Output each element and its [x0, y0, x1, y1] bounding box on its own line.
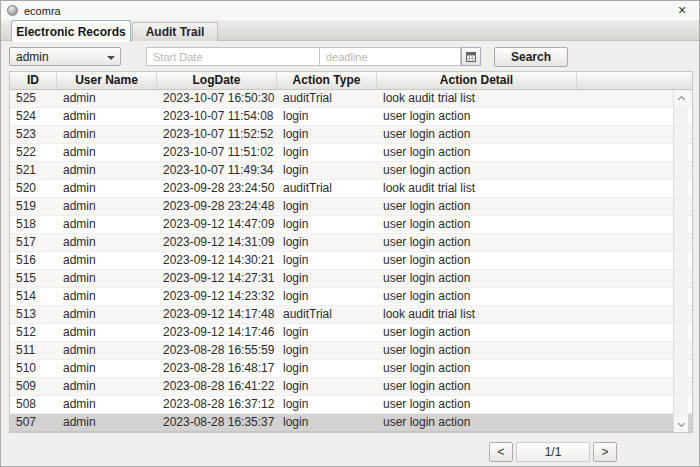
cell-id: 525	[10, 90, 57, 107]
cell-user-name: admin	[57, 360, 157, 377]
table-row[interactable]: 509 admin 2023-08-28 16:41:22 login user…	[10, 378, 692, 396]
page-indicator: 1/1	[516, 442, 590, 462]
deadline-input[interactable]: deadline	[319, 47, 461, 66]
search-button[interactable]: Search	[494, 47, 568, 67]
deadline-calendar-button[interactable]	[461, 47, 481, 66]
cell-action-type: login	[277, 126, 377, 143]
cell-action-type: login	[277, 252, 377, 269]
electronic-records-panel: admin Start Date - deadline Search ID Us…	[9, 41, 693, 464]
column-header-filler	[577, 72, 692, 89]
cell-logdate: 2023-10-07 11:54:08	[157, 108, 277, 125]
table-row[interactable]: 513 admin 2023-09-12 14:17:48 auditTrial…	[10, 306, 692, 324]
table-row[interactable]: 507 admin 2023-08-28 16:35:37 login user…	[10, 414, 692, 432]
cell-id: 516	[10, 252, 57, 269]
cell-user-name: admin	[57, 144, 157, 161]
table-row[interactable]: 525 admin 2023-10-07 16:50:30 auditTrial…	[10, 90, 692, 108]
cell-id: 518	[10, 216, 57, 233]
table-body: 525 admin 2023-10-07 16:50:30 auditTrial…	[10, 90, 692, 432]
column-header-action-type[interactable]: Action Type	[277, 72, 377, 89]
cell-id: 512	[10, 324, 57, 341]
table-row[interactable]: 520 admin 2023-09-28 23:24:50 auditTrial…	[10, 180, 692, 198]
table-row[interactable]: 510 admin 2023-08-28 16:48:17 login user…	[10, 360, 692, 378]
column-header-logdate[interactable]: LogDate	[157, 72, 277, 89]
cell-logdate: 2023-08-28 16:48:17	[157, 360, 277, 377]
cell-action-detail: user login action	[377, 198, 577, 215]
cell-user-name: admin	[57, 288, 157, 305]
cell-logdate: 2023-09-12 14:31:09	[157, 234, 277, 251]
cell-action-detail: user login action	[377, 108, 577, 125]
close-icon[interactable]: ×	[674, 2, 690, 18]
cell-user-name: admin	[57, 234, 157, 251]
cell-logdate: 2023-09-28 23:24:50	[157, 180, 277, 197]
cell-id: 513	[10, 306, 57, 323]
cell-action-type: login	[277, 144, 377, 161]
tab-electronic-records[interactable]: Electronic Records	[11, 20, 131, 42]
cell-action-type: login	[277, 414, 377, 431]
cell-action-type: auditTrial	[277, 90, 377, 107]
cell-action-detail: look audit trial list	[377, 306, 577, 323]
cell-action-detail: user login action	[377, 144, 577, 161]
column-header-id[interactable]: ID	[10, 72, 57, 89]
cell-logdate: 2023-09-12 14:27:31	[157, 270, 277, 287]
cell-id: 514	[10, 288, 57, 305]
cell-logdate: 2023-09-12 14:47:09	[157, 216, 277, 233]
cell-logdate: 2023-10-07 11:51:02	[157, 144, 277, 161]
start-date-placeholder: Start Date	[153, 51, 203, 63]
cell-user-name: admin	[57, 90, 157, 107]
cell-action-type: login	[277, 324, 377, 341]
cell-id: 507	[10, 414, 57, 431]
user-filter-value: admin	[16, 50, 49, 64]
cell-action-detail: user login action	[377, 162, 577, 179]
cell-user-name: admin	[57, 162, 157, 179]
cell-action-detail: user login action	[377, 288, 577, 305]
cell-id: 509	[10, 378, 57, 395]
table-row[interactable]: 516 admin 2023-09-12 14:30:21 login user…	[10, 252, 692, 270]
app-icon	[7, 5, 18, 16]
cell-logdate: 2023-09-28 23:24:48	[157, 198, 277, 215]
cell-id: 520	[10, 180, 57, 197]
cell-user-name: admin	[57, 270, 157, 287]
table-row[interactable]: 512 admin 2023-09-12 14:17:46 login user…	[10, 324, 692, 342]
scroll-down-icon[interactable]	[674, 417, 688, 432]
window-title: ecomra	[24, 5, 61, 17]
cell-action-detail: look audit trial list	[377, 180, 577, 197]
cell-logdate: 2023-10-07 11:49:34	[157, 162, 277, 179]
cell-id: 519	[10, 198, 57, 215]
table-row[interactable]: 517 admin 2023-09-12 14:31:09 login user…	[10, 234, 692, 252]
scroll-up-icon[interactable]	[674, 90, 688, 105]
column-header-action-detail[interactable]: Action Detail	[377, 72, 577, 89]
prev-page-button[interactable]: <	[489, 442, 513, 462]
next-page-button[interactable]: >	[593, 442, 617, 462]
vertical-scrollbar[interactable]	[673, 90, 688, 432]
title-bar: ecomra ×	[1, 1, 699, 20]
cell-action-type: login	[277, 234, 377, 251]
cell-action-detail: user login action	[377, 234, 577, 251]
cell-action-type: login	[277, 216, 377, 233]
table-row[interactable]: 522 admin 2023-10-07 11:51:02 login user…	[10, 144, 692, 162]
cell-id: 515	[10, 270, 57, 287]
cell-action-type: login	[277, 162, 377, 179]
cell-user-name: admin	[57, 126, 157, 143]
cell-logdate: 2023-09-12 14:30:21	[157, 252, 277, 269]
cell-action-detail: user login action	[377, 126, 577, 143]
cell-action-detail: user login action	[377, 270, 577, 287]
table-row[interactable]: 514 admin 2023-09-12 14:23:32 login user…	[10, 288, 692, 306]
table-row[interactable]: 524 admin 2023-10-07 11:54:08 login user…	[10, 108, 692, 126]
cell-action-type: login	[277, 360, 377, 377]
table-row[interactable]: 521 admin 2023-10-07 11:49:34 login user…	[10, 162, 692, 180]
table-row[interactable]: 519 admin 2023-09-28 23:24:48 login user…	[10, 198, 692, 216]
table-row[interactable]: 508 admin 2023-08-28 16:37:12 login user…	[10, 396, 692, 414]
start-date-input[interactable]: Start Date	[146, 47, 326, 66]
cell-logdate: 2023-09-12 14:23:32	[157, 288, 277, 305]
table-row[interactable]: 515 admin 2023-09-12 14:27:31 login user…	[10, 270, 692, 288]
table-row[interactable]: 523 admin 2023-10-07 11:52:52 login user…	[10, 126, 692, 144]
cell-id: 508	[10, 396, 57, 413]
cell-action-type: auditTrial	[277, 180, 377, 197]
column-header-user-name[interactable]: User Name	[57, 72, 157, 89]
cell-user-name: admin	[57, 180, 157, 197]
cell-user-name: admin	[57, 396, 157, 413]
table-row[interactable]: 511 admin 2023-08-28 16:55:59 login user…	[10, 342, 692, 360]
user-filter-dropdown[interactable]: admin	[9, 47, 121, 66]
tab-audit-trail[interactable]: Audit Trail	[132, 22, 218, 41]
table-row[interactable]: 518 admin 2023-09-12 14:47:09 login user…	[10, 216, 692, 234]
